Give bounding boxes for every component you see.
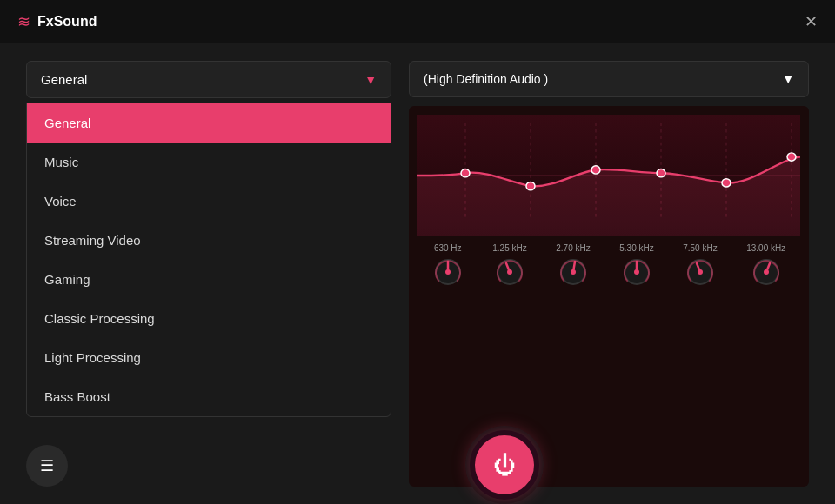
close-button[interactable]: ✕	[805, 14, 818, 30]
eq-band-1300khz: 13.00 kHz	[746, 243, 785, 288]
preset-item-bass-boost[interactable]: Bass Boost	[27, 377, 391, 416]
eq-knob-750khz[interactable]	[685, 256, 716, 288]
eq-band-750khz: 7.50 kHz	[683, 243, 717, 288]
eq-band-270khz: 2.70 kHz	[556, 243, 590, 288]
app-title: FxSound	[37, 14, 97, 30]
svg-point-17	[507, 269, 512, 275]
svg-point-9	[526, 182, 535, 189]
menu-button[interactable]: ☰	[26, 445, 68, 487]
power-button-outer: ⏻	[465, 426, 544, 504]
preset-item-gaming[interactable]: Gaming	[27, 260, 391, 299]
svg-point-8	[461, 169, 470, 177]
device-dropdown-arrow: ▼	[782, 72, 794, 86]
eq-band-270khz-label: 2.70 kHz	[556, 243, 590, 253]
eq-band-125khz: 1.25 kHz	[492, 243, 526, 288]
device-dropdown[interactable]: (High Definition Audio ) ▼	[409, 61, 809, 97]
svg-point-23	[698, 269, 703, 275]
right-panel: (High Definition Audio ) ▼	[409, 61, 809, 487]
preset-menu: General Music Voice Streaming Video Gami…	[26, 103, 391, 417]
preset-item-music[interactable]: Music	[27, 143, 391, 182]
preset-item-general[interactable]: General	[27, 103, 391, 143]
logo: ≋ FxSound	[17, 12, 97, 31]
device-label: (High Definition Audio )	[424, 72, 548, 86]
logo-icon: ≋	[17, 12, 30, 31]
eq-knob-125khz[interactable]	[494, 256, 525, 288]
eq-band-530khz: 5.30 kHz	[619, 243, 653, 288]
main-content: General ▼ General Music Voice Streaming …	[0, 43, 835, 504]
eq-band-630hz-label: 630 Hz	[434, 243, 462, 253]
eq-knob-1300khz[interactable]	[751, 256, 782, 288]
left-panel: General ▼ General Music Voice Streaming …	[26, 61, 391, 487]
title-bar: ≋ FxSound ✕	[0, 0, 835, 43]
eq-band-1300khz-label: 13.00 kHz	[746, 243, 785, 253]
svg-point-25	[764, 269, 769, 275]
eq-knob-630hz[interactable]	[432, 256, 464, 288]
eq-area: 630 Hz 1.25 kHz	[409, 106, 809, 487]
eq-knob-270khz[interactable]	[558, 256, 589, 288]
power-icon: ⏻	[493, 452, 516, 479]
power-button[interactable]: ⏻	[470, 430, 539, 500]
preset-item-streaming-video[interactable]: Streaming Video	[27, 221, 391, 260]
preset-item-classic-processing[interactable]: Classic Processing	[27, 299, 391, 338]
eq-curve	[418, 115, 800, 236]
svg-point-12	[722, 179, 731, 187]
preset-dropdown-arrow: ▼	[364, 73, 377, 87]
svg-point-19	[571, 269, 576, 275]
svg-point-21	[634, 269, 639, 275]
svg-point-10	[591, 166, 600, 174]
eq-bands-container: 630 Hz 1.25 kHz	[418, 243, 800, 288]
eq-knob-530khz[interactable]	[621, 256, 652, 288]
menu-icon: ☰	[40, 456, 54, 475]
eq-band-530khz-label: 5.30 kHz	[619, 243, 653, 253]
eq-band-125khz-label: 1.25 kHz	[492, 243, 526, 253]
preset-item-light-processing[interactable]: Light Processing	[27, 338, 391, 377]
svg-point-15	[445, 269, 451, 275]
preset-item-voice[interactable]: Voice	[27, 182, 391, 221]
preset-selected-label: General	[41, 72, 87, 87]
svg-point-13	[787, 153, 796, 161]
eq-band-630hz: 630 Hz	[432, 243, 464, 288]
svg-point-11	[657, 169, 665, 177]
eq-band-750khz-label: 7.50 kHz	[683, 243, 717, 253]
preset-dropdown[interactable]: General ▼	[26, 61, 391, 98]
